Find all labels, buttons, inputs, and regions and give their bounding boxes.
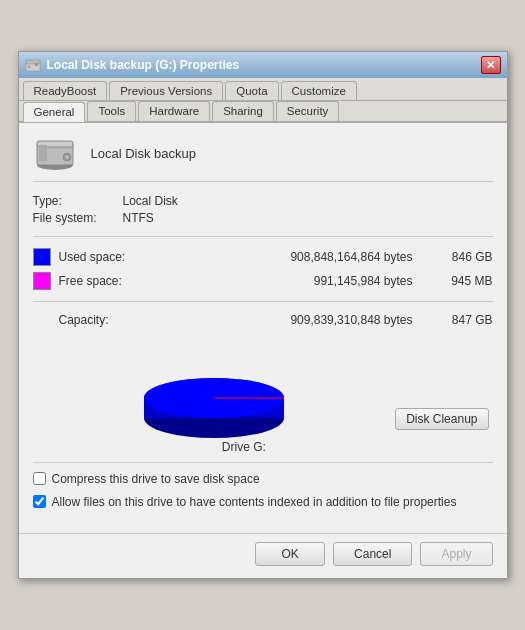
info-grid: Type: Local Disk File system: NTFS (33, 192, 493, 226)
cap-label: Capacity: (59, 313, 127, 327)
svg-rect-2 (35, 63, 38, 66)
content-area: Local Disk backup Type: Local Disk File … (19, 123, 507, 533)
tab-quota[interactable]: Quota (225, 81, 278, 100)
footer: OK Cancel Apply (19, 533, 507, 578)
title-bar: Local Disk backup (G:) Properties ✕ (19, 52, 507, 78)
fs-label: File system: (33, 211, 123, 225)
used-label: Used space: (59, 250, 144, 264)
disk-usage-chart (129, 340, 299, 440)
disk-cleanup-button[interactable]: Disk Cleanup (395, 408, 488, 430)
cap-hr: 847 GB (433, 313, 493, 327)
index-checkbox[interactable] (33, 495, 46, 508)
svg-point-9 (65, 156, 68, 159)
drive-chart-label: Drive G: (222, 440, 266, 454)
space-section: Used space: 908,848,164,864 bytes 846 GB… (33, 245, 493, 293)
free-space-row: Free space: 991,145,984 bytes 945 MB (33, 269, 493, 293)
bottom-tab-bar: General Tools Hardware Sharing Security (19, 101, 507, 123)
used-color-box (33, 248, 51, 266)
svg-point-3 (27, 66, 30, 69)
cancel-button[interactable]: Cancel (333, 542, 412, 566)
window-title: Local Disk backup (G:) Properties (47, 58, 240, 72)
compress-label: Compress this drive to save disk space (52, 471, 260, 488)
tab-security[interactable]: Security (276, 101, 340, 121)
ok-button[interactable]: OK (255, 542, 325, 566)
drive-display-name: Local Disk backup (91, 146, 197, 161)
index-row: Allow files on this drive to have conten… (33, 494, 493, 511)
used-space-row: Used space: 908,848,164,864 bytes 846 GB (33, 245, 493, 269)
tab-previous-versions[interactable]: Previous Versions (109, 81, 223, 100)
drive-header: Local Disk backup (33, 135, 493, 182)
free-color-box (33, 272, 51, 290)
type-value: Local Disk (123, 194, 178, 208)
tab-tools[interactable]: Tools (87, 101, 136, 121)
tab-hardware[interactable]: Hardware (138, 101, 210, 121)
divider-1 (33, 236, 493, 237)
free-label: Free space: (59, 274, 144, 288)
divider-3 (33, 462, 493, 463)
svg-rect-7 (39, 145, 47, 161)
free-bytes: 991,145,984 bytes (144, 274, 433, 288)
title-bar-left: Local Disk backup (G:) Properties (25, 57, 240, 73)
disk-icon (25, 57, 41, 73)
cap-bytes: 909,839,310,848 bytes (127, 313, 433, 327)
type-label: Type: (33, 194, 123, 208)
free-hr: 945 MB (433, 274, 493, 288)
apply-button[interactable]: Apply (420, 542, 492, 566)
top-tab-bar: ReadyBoost Previous Versions Quota Custo… (19, 78, 507, 101)
capacity-row: Capacity: 909,839,310,848 bytes 847 GB (59, 310, 493, 330)
used-hr: 846 GB (433, 250, 493, 264)
tab-sharing[interactable]: Sharing (212, 101, 274, 121)
fs-value: NTFS (123, 211, 154, 225)
checkbox-section: Compress this drive to save disk space A… (33, 471, 493, 511)
tab-general[interactable]: General (23, 102, 86, 122)
tab-customize[interactable]: Customize (281, 81, 357, 100)
fs-row: File system: NTFS (33, 209, 493, 226)
drive-icon (33, 135, 77, 171)
type-row: Type: Local Disk (33, 192, 493, 209)
used-bytes: 908,848,164,864 bytes (144, 250, 433, 264)
close-button[interactable]: ✕ (481, 56, 501, 74)
properties-window: Local Disk backup (G:) Properties ✕ Read… (18, 51, 508, 579)
compress-checkbox[interactable] (33, 472, 46, 485)
divider-2 (33, 301, 493, 302)
index-label: Allow files on this drive to have conten… (52, 494, 457, 511)
tab-readyboost[interactable]: ReadyBoost (23, 81, 108, 100)
compress-row: Compress this drive to save disk space (33, 471, 493, 488)
